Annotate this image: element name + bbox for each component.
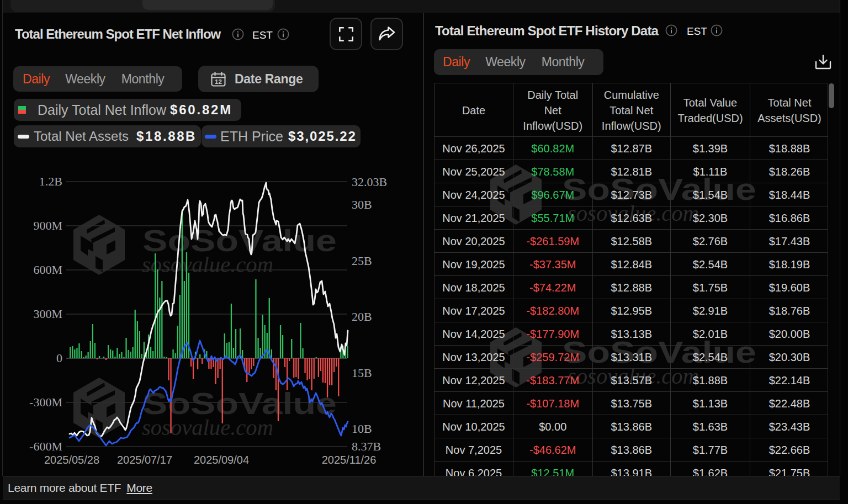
svg-text:2025/09/04: 2025/09/04 xyxy=(194,454,249,466)
svg-text:15B: 15B xyxy=(352,366,372,380)
svg-text:900M: 900M xyxy=(33,219,62,232)
svg-text:12: 12 xyxy=(215,78,222,85)
svg-text:600M: 600M xyxy=(33,263,62,277)
svg-text:25B: 25B xyxy=(352,254,372,268)
svg-text:32.03B: 32.03B xyxy=(352,175,387,189)
svg-text:8.37B: 8.37B xyxy=(352,439,381,453)
svg-text:2025/05/28: 2025/05/28 xyxy=(44,454,99,466)
svg-text:2025/11/26: 2025/11/26 xyxy=(322,454,377,466)
svg-text:2025/07/17: 2025/07/17 xyxy=(117,454,172,466)
svg-text:0: 0 xyxy=(56,351,62,365)
svg-text:300M: 300M xyxy=(33,307,62,321)
svg-text:-300M: -300M xyxy=(29,395,62,409)
svg-text:1.2B: 1.2B xyxy=(39,174,62,188)
svg-text:20B: 20B xyxy=(352,310,372,323)
svg-text:-600M: -600M xyxy=(29,439,62,453)
svg-text:10B: 10B xyxy=(352,422,372,436)
svg-text:30B: 30B xyxy=(352,198,372,211)
